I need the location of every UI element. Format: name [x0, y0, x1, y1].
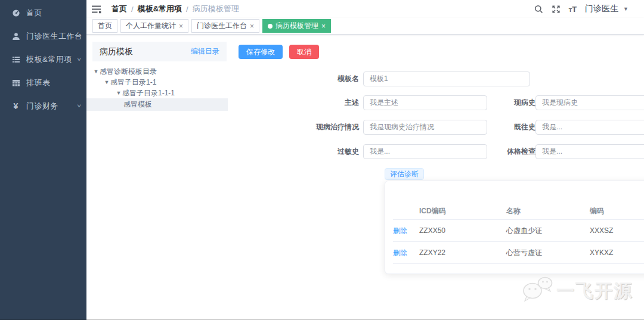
icd-code-cell: ZZXY22 [419, 248, 506, 257]
font-size-icon[interactable]: TT [569, 5, 577, 13]
field-label: 主述 [293, 95, 359, 110]
search-icon[interactable] [534, 5, 543, 14]
tree-node[interactable]: ▼ 感冒子目录1-1-1 [86, 88, 228, 98]
field-label: 既往史 [470, 120, 535, 135]
field-label: 现病治疗情况 [293, 120, 359, 135]
active-dot [268, 24, 273, 29]
treatment-status-input[interactable] [363, 120, 487, 135]
breadcrumb-item-current: 病历模板管理 [193, 4, 239, 14]
form-row: 模板名 [319, 72, 644, 86]
template-form: 保存修改 取消 模板名 主述 现病史 现病治疗情况 [233, 35, 644, 319]
delete-link[interactable]: 删除 [393, 248, 407, 257]
tag-views-bar: 首页 个人工作量统计 × 门诊医生工作台 × 病历模板管理 × [86, 18, 644, 35]
breadcrumb: 首页 / 模板&常用项 / 病历模板管理 [112, 4, 239, 14]
tree-panel-header: 病历模板 编辑目录 [92, 42, 227, 61]
sidebar-item-label: 模板&常用项 [26, 54, 72, 65]
column-header: ICD编码 [419, 206, 506, 216]
column-header: 编码 [590, 206, 644, 216]
panel-title: 病历模板 [100, 46, 133, 57]
table-header-row: ICD编码 名称 编码 [393, 203, 644, 220]
form-row: 主述 现病史 [319, 95, 644, 110]
tree-node-label: 感冒模板 [123, 100, 152, 110]
table-row: 删除 ZZXX50 心虚血少证 XXXSZ [393, 220, 644, 242]
column-header: 名称 [506, 206, 590, 216]
tree-node-label: 感冒子目录1-1 [110, 77, 156, 88]
tab-label: 病历模板管理 [275, 21, 318, 31]
sidebar-item-label: 门诊医生工作台 [26, 31, 83, 42]
tree-node-label: 感冒子目录1-1-1 [122, 88, 175, 98]
close-icon[interactable]: × [179, 23, 183, 30]
sidebar: 首页 门诊医生工作台 模板&常用项 ˅ 排班表 ¥ 门诊财务 ˅ [0, 0, 86, 320]
close-icon[interactable]: × [321, 23, 326, 30]
tab-personal-workload[interactable]: 个人工作量统计 × [120, 19, 188, 33]
chief-complaint-input[interactable] [363, 95, 487, 110]
template-tree: ▼ 感冒诊断模板目录 ▼ 感冒子目录1-1 ▼ 感冒子目录1-1-1 感冒模板 [86, 66, 228, 111]
caret-down-icon[interactable]: ▼ [92, 69, 100, 74]
chevron-down-icon: ˅ [77, 57, 81, 63]
icd-code-cell: ZZXX50 [419, 226, 506, 235]
physical-exam-input[interactable] [535, 144, 644, 159]
sidebar-item-home[interactable]: 首页 [0, 1, 86, 24]
template-tree-panel: 病历模板 编辑目录 ▼ 感冒诊断模板目录 ▼ 感冒子目录1-1 ▼ 感冒子目录1… [86, 35, 233, 319]
template-name-input[interactable] [363, 72, 530, 86]
tab-label: 门诊医生工作台 [197, 21, 247, 31]
sidebar-item-label: 首页 [26, 8, 42, 18]
delete-link[interactable]: 删除 [393, 226, 407, 235]
tab-label: 首页 [98, 21, 112, 31]
page-content: 病历模板 编辑目录 ▼ 感冒诊断模板目录 ▼ 感冒子目录1-1 ▼ 感冒子目录1… [86, 35, 644, 319]
form-row: 现病治疗情况 既往史 [319, 120, 644, 135]
field-label: 现病史 [470, 95, 535, 110]
chevron-down-icon: ˅ [77, 103, 81, 109]
template-icon [11, 55, 20, 64]
code-cell: XXXSZ [590, 226, 644, 235]
code-cell: XYKXZ [590, 248, 644, 257]
caret-down-icon[interactable]: ▼ [115, 90, 122, 96]
save-button[interactable]: 保存修改 [239, 45, 283, 59]
schedule-icon [11, 78, 20, 87]
breadcrumb-item-home[interactable]: 首页 [112, 4, 127, 14]
card-toolbar: 添加诊断 [393, 188, 644, 203]
field-label: 过敏史 [293, 144, 359, 159]
sidebar-item-finance[interactable]: ¥ 门诊财务 ˅ [0, 94, 86, 117]
tab-home[interactable]: 首页 [92, 19, 117, 33]
caret-down-icon: ▼ [623, 6, 628, 12]
tree-node[interactable]: ▼ 感冒子目录1-1 [86, 77, 228, 88]
tab-template-manage[interactable]: 病历模板管理 × [262, 19, 331, 33]
tab-diagnosis[interactable]: 评估诊断 [385, 168, 424, 180]
app-window: 首页 门诊医生工作台 模板&常用项 ˅ 排班表 ¥ 门诊财务 ˅ [0, 0, 644, 320]
edit-directory-link[interactable]: 编辑目录 [191, 46, 219, 57]
form-actions: 保存修改 取消 [239, 45, 319, 59]
past-history-input[interactable] [535, 120, 644, 135]
user-menu[interactable]: 门诊医生 ▼ [585, 4, 628, 14]
cancel-button[interactable]: 取消 [289, 45, 319, 59]
user-name: 门诊医生 [585, 4, 618, 14]
close-icon[interactable]: × [250, 23, 254, 30]
form-row: 过敏史 体格检查 [319, 144, 644, 159]
tab-doctor-workbench[interactable]: 门诊医生工作台 × [191, 19, 259, 33]
dashboard-icon [11, 8, 20, 17]
breadcrumb-item-templates[interactable]: 模板&常用项 [138, 4, 182, 14]
sidebar-item-doctor-workbench[interactable]: 门诊医生工作台 [0, 24, 86, 48]
finance-icon: ¥ [11, 101, 20, 110]
sidebar-item-templates[interactable]: 模板&常用项 ˅ [0, 48, 86, 71]
allergy-history-input[interactable] [363, 144, 487, 159]
sidebar-collapse-icon[interactable] [92, 5, 102, 14]
main-area: 首页 / 模板&常用项 / 病历模板管理 TT 门诊医生 ▼ [86, 0, 644, 320]
topbar: 首页 / 模板&常用项 / 病历模板管理 TT 门诊医生 ▼ [86, 0, 644, 18]
user-icon [11, 32, 20, 41]
name-cell: 心营亏虚证 [506, 248, 590, 258]
tree-node-selected[interactable]: 感冒模板 [86, 98, 228, 111]
name-cell: 心虚血少证 [506, 226, 590, 236]
field-label: 体格检查 [470, 144, 535, 159]
sidebar-item-label: 排班表 [26, 77, 51, 88]
sidebar-item-schedule[interactable]: 排班表 [0, 71, 86, 94]
topbar-actions: TT 门诊医生 ▼ [534, 4, 628, 14]
fullscreen-icon[interactable] [552, 5, 561, 14]
tree-node-label: 感冒诊断模板目录 [100, 67, 157, 77]
tree-node[interactable]: ▼ 感冒诊断模板目录 [86, 66, 228, 77]
present-illness-input[interactable] [535, 95, 644, 110]
breadcrumb-separator: / [186, 5, 188, 14]
caret-down-icon[interactable]: ▼ [103, 79, 110, 85]
tab-label: 个人工作量统计 [126, 21, 176, 31]
diagnosis-card: 添加诊断 ICD编码 名称 编码 删除 ZZXX50 心虚血少证 XXXSZ [385, 181, 644, 274]
